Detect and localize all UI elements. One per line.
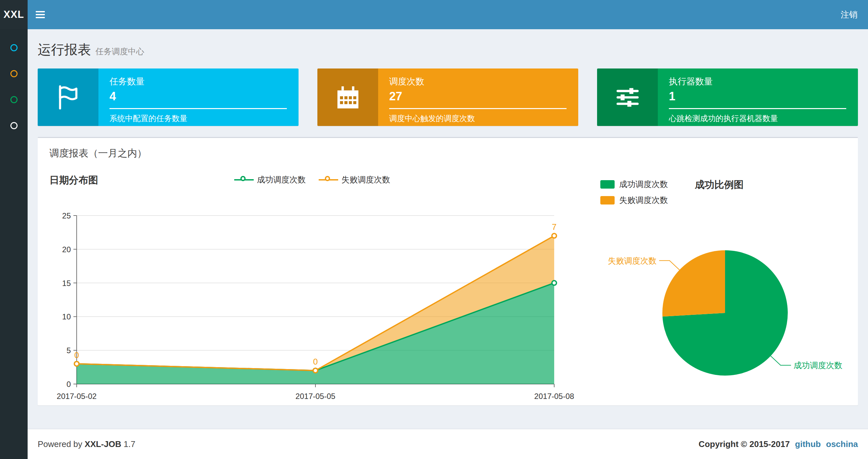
line-chart-plot: 05101520252017-05-022017-05-052017-05-08… bbox=[38, 190, 587, 405]
svg-text:2017-05-02: 2017-05-02 bbox=[57, 392, 97, 400]
page-title: 运行报表 bbox=[38, 41, 91, 59]
info-box-divider bbox=[110, 108, 287, 109]
info-box-value: 4 bbox=[110, 90, 287, 103]
svg-text:0: 0 bbox=[74, 350, 79, 360]
copyright: Copyright © 2015-2017githuboschina bbox=[699, 439, 858, 449]
info-box-description: 调度中心触发的调度次数 bbox=[389, 113, 566, 124]
brand-name: XXL-JOB bbox=[85, 439, 122, 449]
sidebar-menu-item[interactable] bbox=[10, 44, 18, 51]
svg-text:成功调度次数: 成功调度次数 bbox=[794, 361, 842, 370]
svg-text:0: 0 bbox=[313, 357, 318, 366]
sidebar-menu-item[interactable] bbox=[10, 96, 18, 103]
svg-text:25: 25 bbox=[62, 211, 71, 220]
success-ratio-pie-chart: 成功调度次数 失败调度次数 成功比例图 成功调度次数失败调度次数 bbox=[587, 165, 860, 405]
hamburger-icon bbox=[36, 11, 45, 12]
info-box-divider bbox=[389, 108, 566, 109]
info-box-description: 心跳检测成功的执行器机器数量 bbox=[669, 113, 846, 124]
report-panel: 调度报表（一月之内） 日期分布图 成功调度次数 bbox=[38, 137, 858, 405]
sidebar-menu-item[interactable] bbox=[10, 122, 18, 129]
info-box-title: 调度次数 bbox=[389, 76, 566, 87]
sliders-icon bbox=[597, 68, 658, 126]
svg-text:2017-05-08: 2017-05-08 bbox=[534, 392, 574, 400]
svg-text:0: 0 bbox=[67, 380, 71, 389]
line-chart-legend: 成功调度次数 失败调度次数 bbox=[234, 174, 390, 185]
legend-item-fail[interactable]: 失败调度次数 bbox=[319, 174, 390, 185]
content-wrapper: 运行报表 任务调度中心 任务数量 4 系统中配置的任务数量 bbox=[28, 29, 868, 429]
svg-text:7: 7 bbox=[552, 222, 556, 232]
github-link[interactable]: github bbox=[795, 439, 820, 449]
page-header: 运行报表 任务调度中心 bbox=[38, 29, 858, 59]
info-box-executors: 执行器数量 1 心跳检测成功的执行器机器数量 bbox=[597, 68, 858, 126]
info-box-value: 1 bbox=[669, 90, 846, 103]
line-series-marker bbox=[234, 175, 254, 184]
page-footer: Powered by XXL-JOB 1.7 Copyright © 2015-… bbox=[28, 429, 868, 459]
info-box-title: 执行器数量 bbox=[669, 76, 846, 87]
info-box-triggers: 调度次数 27 调度中心触发的调度次数 bbox=[317, 68, 578, 126]
info-box-jobs: 任务数量 4 系统中配置的任务数量 bbox=[38, 68, 299, 126]
panel-title: 调度报表（一月之内） bbox=[38, 138, 858, 165]
sidebar-menu-item[interactable] bbox=[10, 70, 18, 77]
info-box-row: 任务数量 4 系统中配置的任务数量 调度次数 27 调度中心触发的调度次数 bbox=[38, 68, 858, 126]
oschina-link[interactable]: oschina bbox=[826, 439, 858, 449]
line-series-marker bbox=[319, 175, 338, 184]
svg-text:20: 20 bbox=[62, 245, 71, 254]
info-box-divider bbox=[669, 108, 846, 109]
page-subtitle: 任务调度中心 bbox=[95, 46, 144, 57]
svg-text:2017-05-05: 2017-05-05 bbox=[296, 392, 336, 400]
calendar-icon bbox=[317, 68, 378, 126]
flag-icon bbox=[38, 68, 98, 126]
logout-link[interactable]: 注销 bbox=[830, 0, 868, 29]
svg-text:10: 10 bbox=[62, 312, 71, 321]
svg-text:5: 5 bbox=[67, 346, 71, 355]
svg-text:15: 15 bbox=[62, 279, 71, 288]
powered-by: Powered by XXL-JOB 1.7 bbox=[38, 439, 135, 449]
sidebar bbox=[0, 29, 28, 459]
svg-text:失败调度次数: 失败调度次数 bbox=[608, 256, 656, 265]
top-navbar: XXL 注销 bbox=[0, 0, 868, 29]
info-box-title: 任务数量 bbox=[110, 76, 287, 87]
date-distribution-chart: 日期分布图 成功调度次数 失败调度次数 bbox=[38, 165, 587, 405]
app-logo[interactable]: XXL bbox=[0, 0, 28, 29]
info-box-value: 27 bbox=[389, 90, 566, 103]
line-chart-title: 日期分布图 bbox=[50, 174, 98, 187]
legend-item-success[interactable]: 成功调度次数 bbox=[234, 174, 306, 185]
info-box-description: 系统中配置的任务数量 bbox=[110, 113, 287, 124]
pie-chart-plot: 成功调度次数失败调度次数 bbox=[587, 165, 860, 405]
sidebar-toggle-button[interactable] bbox=[28, 0, 53, 29]
